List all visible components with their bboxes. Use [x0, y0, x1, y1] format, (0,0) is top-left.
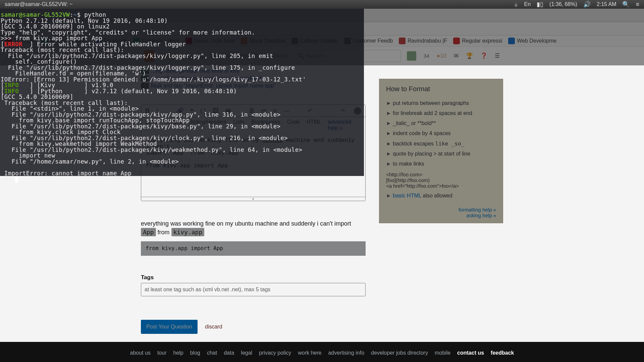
howto-item: for linebreak add 2 spaces at end	[386, 108, 496, 118]
bronze-badge-count: ●10	[437, 53, 446, 59]
footer-link[interactable]: mobile	[435, 350, 450, 356]
bookmark-item[interactable]: Web Developme	[508, 38, 556, 44]
menu-icon[interactable]: ≡	[636, 1, 639, 8]
formatting-help-link[interactable]: formatting help »	[459, 207, 496, 213]
asking-help-link[interactable]: asking help »	[467, 213, 496, 218]
bookmark-item[interactable]: Regular expressi	[453, 38, 502, 44]
howto-item: to make links	[386, 159, 496, 169]
achievements-icon[interactable]: 🏆	[466, 52, 473, 59]
tags-label: Tags	[141, 274, 366, 281]
language-indicator[interactable]: En	[524, 1, 531, 7]
avatar[interactable]	[407, 51, 416, 61]
preview-codeblock: from kivy.app import App	[141, 241, 366, 255]
preview-code-app: App	[141, 228, 156, 236]
preview-text: everything was working fine on my ubuntu…	[141, 220, 351, 227]
preview-code-kivy: kivy.app	[171, 228, 205, 236]
howto-item: backtick escapes like _so_	[386, 138, 496, 149]
footer-link[interactable]: developer jobs directory	[371, 350, 428, 356]
volume-icon[interactable]: 🔊	[583, 1, 591, 8]
footer-link[interactable]: help	[173, 350, 183, 356]
footer-link[interactable]: about us	[130, 350, 151, 356]
howto-basic-html: basic HTML also allowed	[386, 191, 496, 201]
hamburger-icon[interactable]: ☰	[495, 52, 500, 59]
footer-link[interactable]: feedback	[491, 350, 514, 356]
howto-item: put returns between paragraphs	[386, 98, 496, 108]
howto-example: <http://foo.com> [foo](http://foo.com) <…	[386, 172, 496, 189]
help-icon[interactable]: ❓	[480, 52, 487, 59]
window-title: samar@samar-GL552VW: ~	[5, 1, 514, 7]
stackoverflow-footer: about ustourhelpblogchatdatalegalprivacy…	[0, 342, 644, 362]
bookmark-favicon-icon	[453, 38, 460, 44]
howto-item: quote by placing > at start of line	[386, 149, 496, 159]
howto-item: _italic_ or **bold**	[386, 118, 496, 128]
macos-menubar: samar@samar-GL552VW: ~ ⏚ En ▮▯ (1:36, 68…	[0, 0, 644, 9]
howto-item: indent code by 4 spaces	[386, 128, 496, 138]
bookmark-item[interactable]: Ravindrababu |F	[399, 38, 447, 44]
footer-link[interactable]: contact us	[457, 350, 484, 356]
editor-resize-grip[interactable]: ≡	[141, 197, 365, 201]
footer-link[interactable]: blog	[190, 350, 200, 356]
howto-title: How to Format	[386, 85, 496, 93]
tags-input[interactable]: at least one tag such as (xml vb.net .ne…	[141, 283, 366, 296]
bookmark-favicon-icon	[508, 38, 515, 44]
footer-link[interactable]: work here	[298, 350, 321, 356]
footer-link[interactable]: data	[224, 350, 234, 356]
footer-link[interactable]: tour	[157, 350, 167, 356]
footer-link[interactable]: chat	[207, 350, 217, 356]
bookmark-label: Regular expressi	[462, 38, 502, 44]
footer-link[interactable]: legal	[241, 350, 252, 356]
user-reputation: 34	[424, 53, 429, 59]
bookmark-label: Ravindrababu |F	[408, 38, 447, 44]
question-preview: everything was working fine on my ubuntu…	[141, 220, 366, 256]
terminal-window[interactable]: samar@samar-GL552VW:~$ pythonPython 2.7.…	[0, 0, 364, 176]
inbox-icon[interactable]: ✉	[454, 52, 459, 59]
footer-link[interactable]: privacy policy	[259, 350, 291, 356]
wifi-icon[interactable]: ⏚	[514, 1, 518, 8]
post-question-button[interactable]: Post Your Question	[141, 320, 198, 334]
tags-placeholder: at least one tag such as (xml vb.net .ne…	[145, 287, 270, 293]
bookmark-favicon-icon	[399, 38, 406, 44]
battery-icon[interactable]: ▮▯	[537, 1, 543, 8]
battery-text: (1:36, 68%)	[549, 1, 577, 7]
spotlight-icon[interactable]: 🔍	[622, 1, 630, 8]
footer-link[interactable]: advertising info	[328, 350, 364, 356]
clock-time: 2:15 AM	[597, 1, 616, 7]
how-to-format-panel: How to Format put returns between paragr…	[379, 79, 503, 223]
discard-link[interactable]: discard	[205, 324, 222, 330]
bookmark-label: Web Developme	[517, 38, 556, 44]
